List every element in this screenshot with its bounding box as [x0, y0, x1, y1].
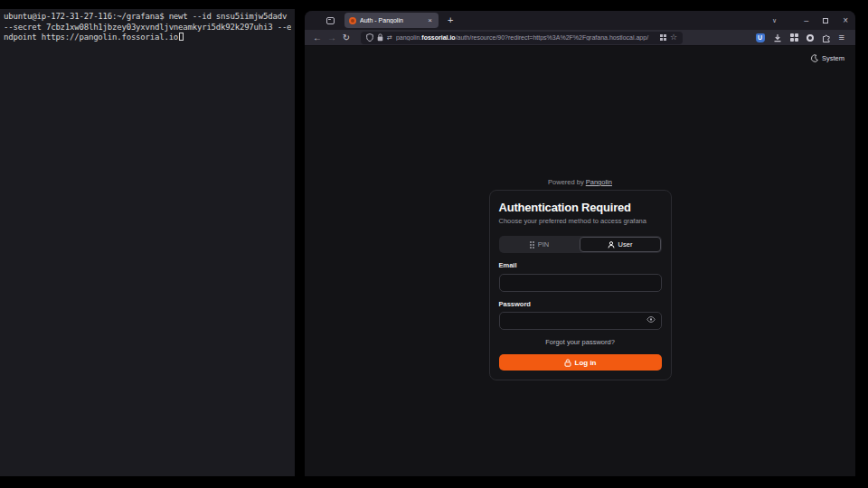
card-subtitle: Choose your preferred method to access g…: [499, 217, 662, 225]
maximize-button[interactable]: [823, 18, 828, 23]
terminal-line: --secret 7cbz1xw08lh1jbzey03yxvndljvneam…: [4, 23, 291, 33]
minimize-button[interactable]: –: [804, 16, 808, 25]
url-text: pangolin.fossorial.io/auth/resource/90?r…: [396, 34, 656, 41]
account-icon[interactable]: [807, 34, 814, 42]
bookmark-star-icon[interactable]: ☆: [670, 33, 677, 42]
terminal-line: ndpoint https://pangolin.fossorial.io: [4, 33, 291, 43]
email-label: Email: [499, 261, 662, 269]
url-bar[interactable]: ⇄ pangolin.fossorial.io/auth/resource/90…: [361, 32, 683, 44]
all-tabs-grid-icon[interactable]: [790, 33, 798, 42]
user-icon: [608, 241, 615, 249]
card-title: Authentication Required: [499, 201, 662, 214]
new-tab-button[interactable]: +: [448, 15, 453, 25]
tab-user[interactable]: User: [580, 237, 661, 252]
tab-auth-pangolin[interactable]: Auth - Pangolin ×: [344, 13, 439, 28]
pangolin-link[interactable]: Pangolin: [586, 178, 612, 186]
email-field[interactable]: [499, 274, 662, 292]
login-button[interactable]: Log in: [499, 354, 662, 371]
ublock-extension-icon[interactable]: U: [756, 33, 765, 42]
keypad-icon: [530, 241, 534, 249]
firefox-view-button[interactable]: [323, 14, 337, 28]
lock-icon[interactable]: [377, 33, 383, 42]
moon-icon: [810, 54, 818, 62]
lock-icon: [564, 359, 571, 367]
shield-icon[interactable]: [366, 33, 373, 42]
password-field[interactable]: [499, 312, 662, 330]
toolbar-extensions: U ≡: [756, 33, 848, 42]
auth-card: Authentication Required Choose your pref…: [489, 190, 672, 380]
browser-window: Auth - Pangolin × + ∨ – × ← → ↻ ⇄ pangol…: [305, 11, 855, 476]
theme-toggle-button[interactable]: System: [810, 54, 844, 62]
password-label: Password: [499, 300, 662, 308]
extensions-puzzle-icon[interactable]: [822, 33, 831, 42]
terminal-cursor: [179, 33, 184, 41]
firefox-view-icon: [326, 17, 335, 24]
reload-button[interactable]: ↻: [339, 33, 354, 42]
show-password-eye-icon[interactable]: [646, 315, 656, 324]
window-controls: ∨ – ×: [772, 15, 848, 25]
list-tabs-chevron-icon[interactable]: ∨: [772, 17, 777, 24]
close-window-button[interactable]: ×: [843, 15, 848, 25]
permissions-arrows-icon[interactable]: ⇄: [387, 34, 392, 42]
downloads-icon[interactable]: [773, 33, 782, 42]
auth-method-tabs: PIN User: [499, 236, 662, 253]
pangolin-favicon-icon: [349, 17, 356, 24]
menu-hamburger-icon[interactable]: ≡: [839, 33, 844, 42]
tab-pin[interactable]: PIN: [500, 237, 580, 252]
tab-title: Auth - Pangolin: [360, 17, 422, 23]
back-button[interactable]: ←: [310, 33, 325, 42]
tab-bar: Auth - Pangolin × + ∨ – ×: [305, 11, 855, 30]
terminal-window[interactable]: ubuntu@ip-172-31-27-116:~/grafana$ newt …: [0, 9, 295, 476]
auth-page: System Powered by Pangolin Authenticatio…: [305, 46, 855, 475]
theme-toggle-label: System: [822, 54, 844, 62]
terminal-line: ubuntu@ip-172-31-27-116:~/grafana$ newt …: [4, 12, 291, 23]
forgot-password-link[interactable]: Forgot your password?: [499, 338, 662, 346]
close-tab-icon[interactable]: ×: [426, 16, 434, 25]
browser-toolbar: ← → ↻ ⇄ pangolin.fossorial.io/auth/resou…: [305, 30, 855, 46]
shortcuts-grid-icon[interactable]: [660, 34, 666, 41]
forward-button[interactable]: →: [325, 33, 339, 42]
powered-by: Powered by Pangolin: [305, 178, 855, 186]
